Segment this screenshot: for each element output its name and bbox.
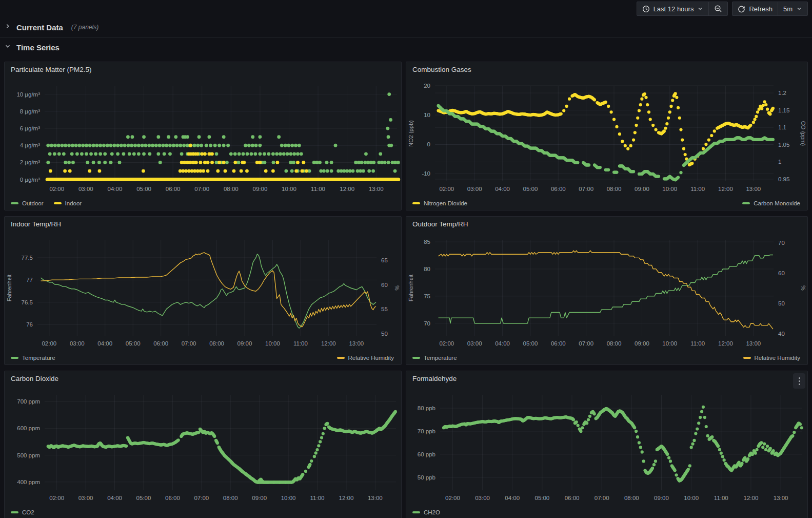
svg-text:02:00: 02:00 — [49, 186, 64, 192]
row-title: Current Data — [16, 23, 63, 32]
svg-text:12:00: 12:00 — [718, 340, 733, 347]
svg-text:03:00: 03:00 — [467, 340, 482, 347]
svg-text:60: 60 — [778, 270, 785, 276]
svg-text:77: 77 — [26, 277, 33, 283]
clock-icon — [642, 5, 650, 13]
svg-text:06:00: 06:00 — [166, 186, 181, 192]
svg-text:04:00: 04:00 — [108, 186, 123, 192]
svg-text:04:00: 04:00 — [495, 340, 510, 347]
svg-text:600 ppm: 600 ppm — [17, 425, 40, 431]
time-series-plot[interactable]: 02:0003:0004:0005:0006:0007:0008:0009:00… — [406, 371, 807, 518]
legend-item-temperature[interactable]: Temperature — [412, 355, 457, 361]
legend-label: CH2O — [424, 509, 440, 515]
svg-text:08:00: 08:00 — [209, 340, 224, 347]
legend-item-outdoor[interactable]: Outdoor — [11, 200, 44, 206]
svg-text:05:00: 05:00 — [136, 186, 151, 192]
svg-text:10:00: 10:00 — [662, 340, 677, 347]
refresh-interval-label: 5m — [783, 5, 793, 13]
time-series-plot[interactable]: 02:0003:0004:0005:0006:0007:0008:0009:00… — [5, 217, 401, 364]
svg-text:10:00: 10:00 — [684, 495, 699, 501]
svg-text:08:00: 08:00 — [624, 495, 639, 501]
panel-carbon-dioxide: Carbon Dioxide 02:0003:0004:0005:0006:00… — [4, 371, 402, 518]
svg-text:06:00: 06:00 — [551, 340, 566, 347]
row-time-series[interactable]: Time Series — [4, 43, 60, 52]
svg-text:02:00: 02:00 — [42, 340, 56, 347]
legend-item-relative-humidity[interactable]: Relative Humidity — [337, 355, 394, 361]
legend-item-ch2o[interactable]: CH2O — [412, 509, 440, 515]
svg-text:4 µg/m³: 4 µg/m³ — [20, 142, 40, 148]
svg-text:CO (ppm): CO (ppm) — [800, 121, 806, 146]
legend-item-carbon-monoxide[interactable]: Carbon Monoxide — [742, 200, 800, 206]
svg-text:07:00: 07:00 — [579, 186, 593, 192]
svg-text:08:00: 08:00 — [607, 340, 622, 347]
time-range-picker[interactable]: Last 12 hours — [637, 2, 709, 15]
panel-formaldehyde: Formaldehyde 02:0003:0004:0005:0006:0007… — [406, 371, 808, 518]
svg-text:70: 70 — [778, 240, 785, 246]
svg-text:09:00: 09:00 — [253, 186, 268, 192]
svg-text:07:00: 07:00 — [595, 495, 609, 501]
chevron-down-icon — [4, 43, 11, 52]
svg-text:07:00: 07:00 — [194, 495, 209, 501]
svg-text:03:00: 03:00 — [78, 186, 93, 192]
svg-text:500 ppm: 500 ppm — [17, 452, 40, 458]
time-series-plot[interactable]: 02:0003:0004:0005:0006:0007:0008:0009:00… — [406, 217, 807, 364]
svg-text:80: 80 — [424, 266, 430, 272]
chevron-down-icon — [697, 6, 703, 12]
svg-text:400 ppm: 400 ppm — [17, 479, 40, 485]
zoom-out-button[interactable] — [708, 2, 727, 15]
svg-text:11:00: 11:00 — [310, 495, 325, 501]
svg-text:06:00: 06:00 — [551, 186, 566, 192]
svg-text:06:00: 06:00 — [165, 495, 180, 501]
refresh-label: Refresh — [749, 5, 773, 13]
refresh-icon — [738, 5, 745, 13]
svg-text:13:00: 13:00 — [774, 495, 788, 501]
row-title: Time Series — [16, 43, 60, 52]
svg-text:13:00: 13:00 — [746, 186, 761, 192]
svg-text:1.05: 1.05 — [778, 142, 789, 148]
panel-outdoor-temp-rh: Outdoor Temp/RH 02:0003:0004:0005:0006:0… — [406, 216, 808, 365]
time-series-plot[interactable]: 02:0003:0004:0005:0006:0007:0008:0009:00… — [5, 371, 401, 518]
svg-text:09:00: 09:00 — [252, 495, 267, 501]
svg-text:03:00: 03:00 — [475, 495, 490, 501]
svg-text:10: 10 — [424, 112, 430, 118]
legend-label: Carbon Monoxide — [754, 200, 800, 206]
legend-item-relative-humidity[interactable]: Relative Humidity — [743, 355, 800, 361]
svg-text:10:00: 10:00 — [281, 495, 296, 501]
legend-label: Temperature — [424, 355, 457, 361]
row-current-data[interactable]: Current Data (7 panels) — [4, 23, 98, 32]
chevron-right-icon — [4, 23, 11, 32]
panel-particulate-matter: Particulate Matter (PM2.5) 02:0003:0004:… — [4, 62, 402, 210]
legend-item-nitrogen-dioxide[interactable]: Nitrogen Dioxide — [412, 200, 467, 206]
svg-text:03:00: 03:00 — [70, 340, 85, 347]
time-series-plot[interactable]: 02:0003:0004:0005:0006:0007:0008:0009:00… — [5, 62, 401, 210]
legend-label: Outdoor — [22, 200, 44, 206]
svg-text:55: 55 — [381, 306, 388, 312]
row-divider — [0, 37, 812, 37]
svg-text:50: 50 — [778, 300, 785, 306]
svg-text:09:00: 09:00 — [635, 340, 649, 347]
svg-text:04:00: 04:00 — [107, 495, 122, 501]
legend-item-temperature[interactable]: Temperature — [11, 355, 55, 361]
panel-combustion-gases: Combustion Gases 02:0003:0004:0005:0006:… — [406, 62, 808, 210]
svg-text:07:00: 07:00 — [194, 186, 209, 192]
svg-text:40: 40 — [778, 331, 785, 337]
svg-text:60: 60 — [381, 282, 388, 288]
svg-text:60 ppb: 60 ppb — [418, 451, 435, 457]
legend-item-indoor[interactable]: Indoor — [54, 200, 82, 206]
svg-text:05:00: 05:00 — [136, 495, 151, 501]
svg-text:80 ppb: 80 ppb — [418, 405, 435, 411]
svg-text:08:00: 08:00 — [607, 186, 622, 192]
svg-text:11:00: 11:00 — [311, 186, 325, 192]
svg-text:05:00: 05:00 — [523, 340, 538, 347]
chevron-down-icon — [796, 6, 802, 12]
time-series-plot[interactable]: 02:0003:0004:0005:0006:0007:0008:0009:00… — [406, 62, 807, 210]
legend-label: Relative Humidity — [755, 355, 800, 361]
refresh-button[interactable]: Refresh — [732, 2, 778, 15]
refresh-interval-picker[interactable]: 5m — [778, 2, 807, 15]
svg-text:-10: -10 — [422, 170, 430, 177]
svg-text:1.15: 1.15 — [778, 107, 789, 113]
svg-text:11:00: 11:00 — [690, 340, 705, 347]
legend-item-co2[interactable]: CO2 — [11, 509, 34, 515]
svg-text:06:00: 06:00 — [153, 340, 168, 347]
svg-text:12:00: 12:00 — [340, 186, 354, 192]
